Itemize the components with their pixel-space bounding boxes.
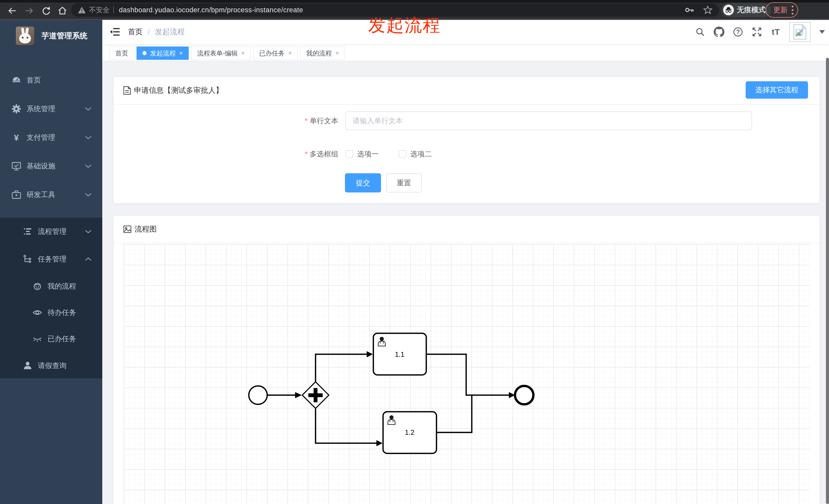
choose-other-process-button[interactable]: 选择其它流程: [746, 81, 808, 99]
sidebar-item-label: 研发工具: [27, 190, 85, 200]
sidebar-item-home[interactable]: 首页: [0, 66, 102, 94]
update-label: 更新: [773, 5, 788, 15]
security-label[interactable]: 不安全: [89, 5, 110, 14]
sidebar: 芋道管理系统 首页 系统管理 ¥ 支付管理 基础设施 研发工具: [0, 20, 102, 504]
close-icon[interactable]: ×: [335, 49, 339, 57]
bookmark-star-icon[interactable]: [703, 5, 712, 14]
address-divider: [113, 6, 114, 14]
help-icon[interactable]: ?: [732, 26, 744, 38]
annotation-overlay-text: 发起流程: [368, 14, 441, 37]
breadcrumb: 首页 / 发起流程: [128, 20, 185, 44]
active-tab-dot: [142, 51, 146, 55]
sidebar-item-label: 已办任务: [47, 334, 102, 344]
checkbox-label[interactable]: 选项二: [410, 149, 432, 159]
question-glyph: ?: [736, 28, 740, 36]
browser-home-button[interactable]: [57, 6, 68, 16]
sidebar-item-task-management[interactable]: 任务管理: [0, 245, 102, 273]
arrowhead: [295, 392, 302, 398]
checkbox-field-label: * 多选框组: [113, 147, 338, 162]
vertical-scrollbar[interactable]: [826, 58, 829, 504]
github-icon[interactable]: [713, 26, 725, 38]
close-icon[interactable]: ×: [179, 49, 183, 57]
arrowhead: [376, 440, 383, 446]
face-icon: [32, 281, 43, 291]
sidebar-item-process-management[interactable]: 流程管理: [0, 218, 102, 245]
sidebar-item-done-tasks[interactable]: 已办任务: [0, 325, 102, 352]
image-icon: [123, 225, 132, 233]
card-title: 申请信息【测试多审批人】: [134, 85, 223, 95]
app-logo-rabbit-avatar: [16, 27, 34, 45]
workflow-submenu: 流程管理 任务管理 我的流程 待办任务 已办任务: [0, 218, 102, 378]
chevron-down-icon: [85, 135, 92, 140]
bpmn-canvas[interactable]: 1.1 1.2: [124, 244, 810, 504]
top-navbar: 首页 / 发起流程 ? tT: [102, 20, 829, 44]
sidebar-item-label: 流程管理: [38, 227, 85, 236]
yen-icon: ¥: [11, 133, 22, 143]
tab-done-tasks[interactable]: 已办任务 ×: [253, 46, 298, 60]
document-icon: [123, 86, 131, 95]
chevron-down-icon: [85, 230, 92, 234]
browser-top-strip: [0, 0, 829, 3]
browser-back-button[interactable]: [7, 6, 17, 16]
sidebar-item-leave-query[interactable]: 请假查询: [0, 352, 102, 380]
tab-process-form-edit[interactable]: 流程表单-编辑 ×: [191, 46, 251, 60]
browser-forward-button[interactable]: [24, 6, 34, 16]
bpmn-diagram: 1.1 1.2: [124, 244, 810, 504]
sidebar-item-infrastructure[interactable]: 基础设施: [0, 152, 102, 181]
breadcrumb-current: 发起流程: [155, 27, 185, 37]
security-warning-icon[interactable]: [78, 6, 86, 14]
checkbox-option-2[interactable]: [399, 150, 406, 158]
card-header: 流程图: [113, 216, 820, 243]
tab-label: 流程表单-编辑: [197, 49, 238, 57]
field-label-text: 多选框组: [310, 149, 338, 159]
tab-start-process[interactable]: 发起流程 ×: [137, 46, 189, 60]
search-icon[interactable]: [694, 26, 706, 38]
eye-closed-icon: [32, 334, 43, 344]
browser-reload-button[interactable]: [41, 6, 51, 16]
flow-task1-to-end: [426, 354, 509, 395]
sidebar-item-todo-tasks[interactable]: 待办任务: [0, 299, 102, 325]
tab-home[interactable]: 首页: [109, 46, 134, 60]
tab-label: 首页: [115, 49, 128, 57]
reset-button[interactable]: 重置: [386, 173, 422, 192]
chevron-down-icon[interactable]: [819, 30, 825, 34]
checkbox-label[interactable]: 选项一: [357, 149, 379, 159]
close-icon[interactable]: ×: [288, 49, 292, 57]
eye-icon: [32, 308, 43, 317]
fullscreen-icon[interactable]: [751, 26, 762, 38]
process-diagram-card: 流程图: [113, 216, 820, 504]
browser-menu-icon[interactable]: [792, 6, 793, 14]
card-header: 申请信息【测试多审批人】: [113, 77, 820, 105]
bpmn-start-event[interactable]: [249, 386, 267, 404]
chevron-up-icon: [85, 257, 92, 261]
font-size-icon[interactable]: tT: [770, 26, 782, 38]
url-text[interactable]: dashboard.yudao.iocoder.cn/bpm/process-i…: [119, 6, 685, 14]
sidebar-item-label: 我的流程: [47, 281, 102, 291]
avatar[interactable]: [789, 22, 810, 42]
required-mark: *: [305, 150, 308, 158]
arrowhead: [367, 351, 373, 357]
flow-gateway-to-task1: [316, 354, 367, 382]
bpmn-end-event[interactable]: [515, 386, 533, 404]
sidebar-item-label: 请假查询: [38, 361, 102, 371]
checkbox-option-1[interactable]: [346, 150, 353, 158]
close-icon[interactable]: ×: [241, 49, 245, 57]
app-logo-row[interactable]: 芋道管理系统: [0, 24, 102, 48]
tab-my-process[interactable]: 我的流程 ×: [300, 46, 345, 60]
sidebar-item-system[interactable]: 系统管理: [0, 94, 102, 123]
sidebar-item-label: 系统管理: [27, 104, 85, 114]
incognito-badge[interactable]: 无痕模式: [721, 3, 771, 17]
single-line-text-input[interactable]: [346, 111, 752, 130]
key-icon[interactable]: [685, 6, 694, 14]
browser-update-button[interactable]: 更新: [766, 2, 798, 17]
main-content: 申请信息【测试多审批人】 选择其它流程 * 单行文本 * 多选框组 选项一 选项…: [102, 61, 829, 504]
sidebar-item-devtools[interactable]: 研发工具: [0, 181, 102, 209]
submit-button[interactable]: 提交: [345, 173, 381, 192]
sidebar-item-my-process[interactable]: 我的流程: [0, 273, 102, 299]
application-info-card: 申请信息【测试多审批人】 选择其它流程 * 单行文本 * 多选框组 选项一 选项…: [113, 77, 820, 203]
task-label: 1.2: [405, 429, 414, 436]
navbar-actions: ? tT: [694, 20, 825, 44]
breadcrumb-home[interactable]: 首页: [128, 27, 143, 37]
sidebar-item-payment[interactable]: ¥ 支付管理: [0, 123, 102, 152]
sidebar-collapse-button[interactable]: [109, 27, 120, 37]
